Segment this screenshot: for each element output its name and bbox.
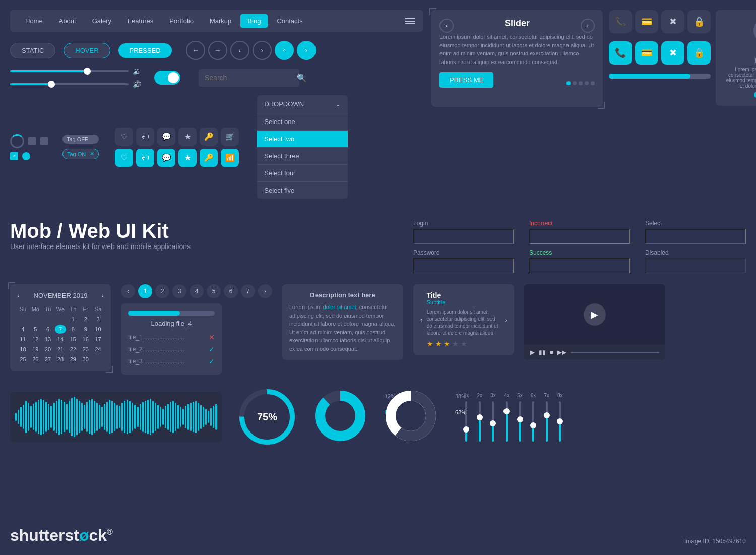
slide-dot-1[interactable] xyxy=(566,81,571,85)
video-pause-ctrl[interactable]: ▮▮ xyxy=(539,349,546,356)
profile-dot-1[interactable] xyxy=(754,92,756,98)
dropdown-item-4[interactable]: Select four xyxy=(257,164,348,181)
cal-num-24[interactable]: 24 xyxy=(92,345,104,354)
next-arrow-button-2[interactable]: › xyxy=(253,41,272,60)
cal-num-13[interactable]: 13 xyxy=(42,335,54,344)
cal-num-2[interactable]: 2 xyxy=(80,315,91,324)
vert-track-1[interactable] xyxy=(465,401,467,442)
dropdown-item-1[interactable]: Select one xyxy=(257,113,348,130)
page-btn-2[interactable]: 2 xyxy=(155,284,169,298)
wallet-icon-btn[interactable]: 💳 xyxy=(635,10,658,33)
page-btn-7[interactable]: 7 xyxy=(241,284,255,298)
prev-arrow-button-1[interactable]: ← xyxy=(186,41,205,60)
incorrect-input[interactable] xyxy=(529,229,630,244)
cal-num-26[interactable]: 26 xyxy=(30,355,41,364)
cal-num-4[interactable]: 4 xyxy=(17,325,29,334)
next-arrow-button-1[interactable]: → xyxy=(208,41,227,60)
chat-icon-btn[interactable]: 💬 xyxy=(157,128,175,146)
cart-icon-btn[interactable]: 🛒 xyxy=(221,128,239,146)
lock-icon-btn[interactable]: 🔒 xyxy=(687,10,711,33)
tag-close-icon[interactable]: ✕ xyxy=(90,151,94,157)
video-progress-bar[interactable] xyxy=(571,352,659,353)
nav-home[interactable]: Home xyxy=(18,14,50,28)
wifi-icon-btn-cyan[interactable]: 📶 xyxy=(221,149,239,167)
cal-num-17[interactable]: 17 xyxy=(92,335,104,344)
select-input[interactable] xyxy=(645,229,746,244)
checkbox-unchecked[interactable] xyxy=(28,137,36,145)
vert-track-4[interactable] xyxy=(506,401,508,442)
success-input[interactable] xyxy=(529,258,630,273)
prev-arrow-button-3[interactable]: ‹ xyxy=(275,41,294,60)
cal-num-16[interactable]: 16 xyxy=(80,335,91,344)
location-icon-btn-cyan[interactable]: 🏷 xyxy=(136,149,154,167)
radio-button[interactable] xyxy=(22,152,30,160)
slide-dot-3[interactable] xyxy=(579,81,583,85)
cal-num-8[interactable]: 8 xyxy=(67,325,79,334)
dropdown-item-2[interactable]: Select two xyxy=(257,130,348,147)
nav-portfolio[interactable]: Portfolio xyxy=(162,14,201,28)
cal-num-14[interactable]: 14 xyxy=(55,335,67,344)
video-play-button[interactable]: ▶ xyxy=(584,303,606,326)
pagination-prev[interactable]: ‹ xyxy=(121,284,135,298)
cal-num-27[interactable]: 27 xyxy=(42,355,54,364)
pagination-next[interactable]: › xyxy=(258,284,272,298)
page-btn-1[interactable]: 1 xyxy=(138,284,152,298)
cal-num-21[interactable]: 21 xyxy=(55,345,67,354)
star-icon-btn[interactable]: ★ xyxy=(178,128,197,146)
nav-blog[interactable]: Blog xyxy=(240,14,268,28)
checkbox-unchecked-2[interactable] xyxy=(40,137,48,145)
nav-features[interactable]: Features xyxy=(120,14,160,28)
cal-num-6[interactable]: 6 xyxy=(42,325,54,334)
heart-icon-btn-cyan[interactable]: ♡ xyxy=(115,149,133,167)
cal-num-23[interactable]: 23 xyxy=(80,345,91,354)
nav-about[interactable]: About xyxy=(52,14,83,28)
cal-num-19[interactable]: 19 xyxy=(30,345,41,354)
static-button[interactable]: STATIC xyxy=(10,43,55,58)
slider-2[interactable] xyxy=(10,83,129,85)
key-icon-btn[interactable]: 🔑 xyxy=(200,128,218,146)
nav-galery[interactable]: Galery xyxy=(85,14,118,28)
cal-num-20[interactable]: 20 xyxy=(42,345,54,354)
slide-dot-5[interactable] xyxy=(591,81,595,85)
password-input[interactable] xyxy=(413,258,514,273)
nav-markup[interactable]: Markup xyxy=(203,14,238,28)
prev-arrow-button-2[interactable]: ‹ xyxy=(230,41,249,60)
cal-num-29[interactable]: 29 xyxy=(67,355,79,364)
dropdown-item-3[interactable]: Select three xyxy=(257,147,348,164)
key-icon-btn-cyan[interactable]: 🔑 xyxy=(200,149,218,167)
chat-icon-btn-cyan[interactable]: 💬 xyxy=(157,149,175,167)
next-arrow-button-3[interactable]: › xyxy=(297,41,316,60)
page-btn-4[interactable]: 4 xyxy=(190,284,204,298)
nav-contacts[interactable]: Contacts xyxy=(270,14,309,28)
dropdown-item-5[interactable]: Select five xyxy=(257,181,348,199)
card-next-btn[interactable]: › xyxy=(505,316,507,324)
vert-track-5[interactable] xyxy=(519,401,521,442)
toggle-switch[interactable] xyxy=(154,71,180,85)
cal-num-18[interactable]: 18 xyxy=(17,345,29,354)
page-btn-5[interactable]: 5 xyxy=(207,284,221,298)
video-play-ctrl[interactable]: ▶ xyxy=(530,349,535,356)
checkbox-checked[interactable] xyxy=(10,152,18,160)
cal-num-5[interactable]: 5 xyxy=(30,325,41,334)
press-me-button[interactable]: PRESS ME xyxy=(439,72,493,88)
dropdown-header[interactable]: DROPDOWN ⌄ xyxy=(257,95,348,113)
cal-num-28[interactable]: 28 xyxy=(55,355,67,364)
slide-dot-4[interactable] xyxy=(585,81,589,85)
close-icon-btn-cyan[interactable]: ✖ xyxy=(661,41,684,65)
cal-num-25[interactable]: 25 xyxy=(17,355,29,364)
slide-dot-2[interactable] xyxy=(573,81,577,85)
cal-num-10[interactable]: 10 xyxy=(92,325,104,334)
cal-num-7-today[interactable]: 7 xyxy=(55,325,67,334)
cal-num-15[interactable]: 15 xyxy=(67,335,79,344)
heart-icon-btn[interactable]: ♡ xyxy=(115,128,133,146)
slider-next-btn[interactable]: › xyxy=(581,19,595,33)
phone-icon-btn-cyan[interactable]: 📞 xyxy=(609,41,632,65)
phone-icon-btn[interactable]: 📞 xyxy=(609,10,632,33)
slider-1[interactable] xyxy=(10,70,129,72)
slider-prev-btn[interactable]: ‹ xyxy=(439,19,454,33)
cal-num-3[interactable]: 3 xyxy=(92,315,104,324)
calendar-prev-btn[interactable]: ‹ xyxy=(17,291,20,299)
video-forward-ctrl[interactable]: ▶▶ xyxy=(557,349,566,356)
search-input[interactable] xyxy=(205,74,293,82)
location-icon-btn[interactable]: 🏷 xyxy=(136,128,154,146)
